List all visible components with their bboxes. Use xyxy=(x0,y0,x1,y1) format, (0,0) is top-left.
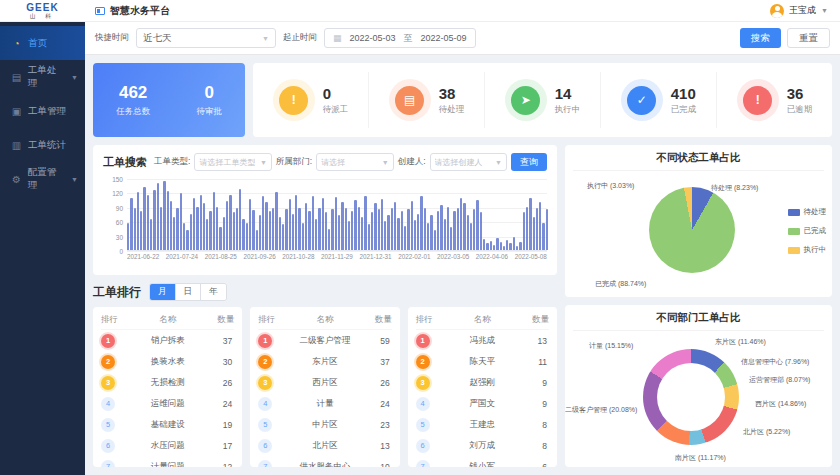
filter-select-0[interactable]: 请选择工单类型▼ xyxy=(194,153,271,171)
count-cell: 59 xyxy=(362,336,392,346)
bar xyxy=(503,246,505,250)
rank-tab-年[interactable]: 年 xyxy=(201,284,226,300)
bar xyxy=(490,241,492,250)
query-button[interactable]: 查询 xyxy=(511,153,547,171)
avatar[interactable] xyxy=(770,4,784,18)
dashboard-body: 462任务总数0待审批 !0待派工▤38待处理➤14执行中✓410已完成!36已… xyxy=(85,55,840,475)
bar xyxy=(150,219,152,250)
sidebar-item-2[interactable]: ▣工单管理 xyxy=(0,94,85,128)
y-tick-label: 60 xyxy=(116,219,123,226)
name-cell: 基础建设 xyxy=(131,419,204,431)
date-end[interactable]: 2022-05-09 xyxy=(421,33,467,43)
bar xyxy=(236,208,238,250)
rank-cell: 2 xyxy=(258,355,288,369)
sidebar-item-3[interactable]: ▥工单统计 xyxy=(0,128,85,162)
bar xyxy=(480,212,482,250)
filter-select-2[interactable]: 请选择创建人▼ xyxy=(430,153,507,171)
pie-slice-label: 东片区 (11.46%) xyxy=(715,337,766,347)
y-tick-label: 120 xyxy=(112,190,123,197)
bar xyxy=(381,199,383,250)
bar xyxy=(394,202,396,250)
rank-badge: 1 xyxy=(416,334,430,348)
status-pie-card: 不同状态工单占比 待处理 (8.23%)已完成 (88.74%)执行中 (3.0… xyxy=(565,145,832,297)
bar xyxy=(533,217,535,250)
rank-cell: 3 xyxy=(258,376,288,390)
bar xyxy=(318,208,320,250)
bar xyxy=(312,196,314,250)
bar xyxy=(391,208,393,250)
table-row: 6北片区13 xyxy=(258,435,391,456)
bar xyxy=(206,219,208,250)
pie-slice-label: 运营管理部 (8.07%) xyxy=(749,375,810,385)
bar xyxy=(143,187,145,250)
name-cell: 钱小军 xyxy=(446,461,519,468)
bar xyxy=(256,230,258,250)
filter-select-1[interactable]: 请选择▼ xyxy=(316,153,393,171)
date-start[interactable]: 2022-05-03 xyxy=(350,33,396,43)
status-stats-card: !0待派工▤38待处理➤14执行中✓410已完成!36已逾期 xyxy=(253,63,832,137)
legend-swatch xyxy=(788,247,800,254)
bar xyxy=(536,208,538,250)
x-tick-label: 2021-09-26 xyxy=(243,253,275,260)
filter-label-0: 工单类型: xyxy=(154,156,190,168)
sidebar-item-0[interactable]: ◔首页 xyxy=(0,26,85,60)
rank-cell: 1 xyxy=(416,334,446,348)
rank-cell: 2 xyxy=(101,355,131,369)
bar xyxy=(424,208,426,250)
bar xyxy=(298,208,300,250)
app-title: 智慧水务平台 xyxy=(110,4,170,18)
bar xyxy=(229,195,231,250)
rank-tab-月[interactable]: 月 xyxy=(150,284,176,300)
count-cell: 8 xyxy=(519,441,549,451)
quick-time-label: 快捷时间 xyxy=(95,32,129,44)
bar xyxy=(345,208,347,250)
rank-tab-日[interactable]: 日 xyxy=(176,284,202,300)
rank-cell: 3 xyxy=(101,376,131,390)
bar xyxy=(242,219,244,250)
bar xyxy=(411,201,413,250)
rank-cell: 5 xyxy=(416,418,446,432)
user-menu[interactable]: 王宝成 ▼ xyxy=(770,4,840,18)
bar xyxy=(200,195,202,250)
bar xyxy=(444,219,446,250)
bar xyxy=(246,223,248,251)
bar xyxy=(190,214,192,250)
rank-table-header: 排行名称数量 xyxy=(258,311,391,330)
bar xyxy=(463,203,465,250)
sidebar-item-1[interactable]: ▤工单处理▼ xyxy=(0,60,85,94)
kpi-label: 待审批 xyxy=(196,106,222,118)
reset-button[interactable]: 重置 xyxy=(787,28,830,48)
stat-执行中: ➤14执行中 xyxy=(484,72,600,128)
rank-badge: 2 xyxy=(258,355,272,369)
quick-time-select[interactable]: 近七天 ▼ xyxy=(136,28,276,48)
rank-badge: 6 xyxy=(416,439,430,453)
search-button[interactable]: 搜索 xyxy=(740,28,781,48)
count-cell: 6 xyxy=(519,462,549,468)
date-range-picker[interactable]: ▦ 2022-05-03 至 2022-05-09 xyxy=(324,28,476,48)
bar xyxy=(539,202,541,250)
legend-label: 执行中 xyxy=(804,245,827,255)
rank-table-0: 排行名称数量1销户拆表372换装水表303无损检测264运维问题245基础建设1… xyxy=(93,307,242,467)
x-tick-label: 2022-03-05 xyxy=(437,253,469,260)
legend: 待处理已完成执行中 xyxy=(788,207,827,255)
topbar: GEEK 山 科 智慧水务平台 王宝成 ▼ xyxy=(0,0,840,22)
filter-label-1: 所属部门: xyxy=(276,156,312,168)
bar xyxy=(137,192,139,250)
rank-cell: 3 xyxy=(416,376,446,390)
sidebar-item-label: 配置管理 xyxy=(28,166,65,192)
bar xyxy=(233,212,235,250)
table-row: 7供水服务中心10 xyxy=(258,456,391,467)
table-row: 2换装水表30 xyxy=(101,351,234,372)
bar xyxy=(358,207,360,250)
x-tick-label: 2021-08-25 xyxy=(205,253,237,260)
count-cell: 10 xyxy=(362,462,392,468)
column-header: 名称 xyxy=(446,314,519,326)
bar xyxy=(523,212,525,250)
name-cell: 供水服务中心 xyxy=(288,461,361,468)
table-row: 1二级客户管理59 xyxy=(258,330,391,351)
bar xyxy=(417,214,419,250)
pie-slice-label: 计量 (15.15%) xyxy=(589,341,633,351)
legend-swatch xyxy=(788,209,800,216)
search-card-title: 工单搜索 xyxy=(103,155,147,170)
sidebar-item-4[interactable]: ⚙配置管理▼ xyxy=(0,162,85,196)
